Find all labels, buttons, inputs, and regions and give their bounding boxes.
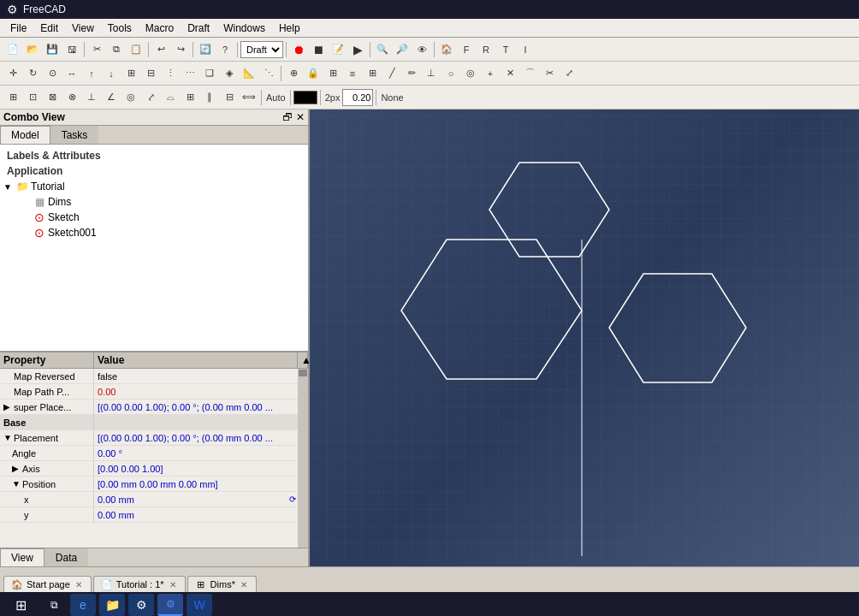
array-button[interactable]: ⋮: [161, 64, 180, 83]
snap-cen-button[interactable]: ◎: [121, 88, 140, 107]
circle-button[interactable]: ○: [441, 64, 460, 83]
down-button[interactable]: ↓: [102, 64, 121, 83]
snap-angle-button[interactable]: ∠: [102, 88, 121, 107]
bottom-tab-dims[interactable]: ⊞ Dims* ✕: [187, 576, 257, 592]
offset-button[interactable]: ⊙: [43, 64, 62, 83]
join-button[interactable]: ⤢: [560, 64, 578, 83]
start-page-close[interactable]: ✕: [74, 579, 84, 589]
tab-model[interactable]: Model: [0, 126, 50, 144]
prop-row-map-path[interactable]: Map Path P... 0.00: [0, 384, 308, 400]
menu-help[interactable]: Help: [272, 21, 307, 36]
scale-button[interactable]: ⊞: [121, 64, 140, 83]
dims-close[interactable]: ✕: [239, 579, 249, 589]
mode-select[interactable]: Draft: [240, 41, 283, 58]
menu-tools[interactable]: Tools: [101, 21, 139, 36]
snap-onsurface-button[interactable]: ⊟: [220, 88, 239, 107]
prop-row-axis[interactable]: ▶ Axis [0.00 0.00 1.00]: [0, 461, 308, 477]
clone-button[interactable]: ❑: [200, 64, 219, 83]
snap-mid-button[interactable]: ⊠: [43, 88, 62, 107]
viewport[interactable]: [310, 110, 859, 566]
rotate-button[interactable]: ↻: [23, 64, 42, 83]
menu-edit[interactable]: Edit: [33, 21, 65, 36]
mirror-button[interactable]: ⊟: [141, 64, 160, 83]
new-button[interactable]: 📄: [3, 40, 22, 59]
stop-button[interactable]: ⏹: [309, 40, 328, 59]
wire-button[interactable]: ⊞: [323, 64, 342, 83]
word-button[interactable]: W: [187, 594, 212, 616]
zoom-out-button[interactable]: 🔎: [393, 40, 412, 59]
redo-button[interactable]: ↪: [171, 40, 190, 59]
save-as-button[interactable]: 🖫: [62, 40, 81, 59]
up-button[interactable]: ↑: [82, 64, 101, 83]
menu-view[interactable]: View: [65, 21, 101, 36]
bottom-tab-start[interactable]: 🏠 Start page ✕: [3, 576, 92, 592]
snap-end-button[interactable]: ⊡: [23, 88, 42, 107]
view-button[interactable]: 👁: [412, 40, 431, 59]
zoom-in-button[interactable]: 🔍: [373, 40, 392, 59]
combo-close-button[interactable]: ✕: [296, 111, 305, 123]
constraint-button[interactable]: 🔒: [304, 64, 323, 83]
snap-ext-button[interactable]: ⤤: [141, 88, 160, 107]
tree-item-dims[interactable]: ▦ Dims: [3, 194, 305, 210]
prop-row-map-reversed[interactable]: Map Reversed false: [0, 369, 308, 384]
undo-button[interactable]: ↩: [151, 40, 170, 59]
tab-view[interactable]: View: [0, 548, 44, 566]
prop-row-y[interactable]: y 0.00 mm: [0, 507, 308, 523]
snap-perp-button[interactable]: ⊥: [82, 88, 101, 107]
front-view-button[interactable]: F: [457, 40, 476, 59]
explorer-button[interactable]: 📁: [99, 594, 125, 616]
freecad-taskbar-button[interactable]: ⚙: [157, 594, 183, 616]
paste-button[interactable]: 📋: [127, 40, 145, 59]
menu-macro[interactable]: Macro: [139, 21, 181, 36]
macro-button[interactable]: 📝: [329, 40, 347, 59]
props-scroll[interactable]: Map Reversed false Map Path P... 0.00: [0, 369, 308, 548]
snap-button[interactable]: ⊕: [284, 64, 303, 83]
prop-row-angle[interactable]: Angle 0.00 °: [0, 446, 308, 461]
fillet-button[interactable]: ⌒: [520, 64, 539, 83]
tree-item-tutorial[interactable]: ▼ 📁 Tutorial: [3, 179, 305, 194]
trim-button[interactable]: ✂: [540, 64, 559, 83]
linewidth-input[interactable]: [342, 89, 373, 106]
grid-button[interactable]: ⊞: [363, 64, 382, 83]
tree-item-sketch[interactable]: ⊙ Sketch: [3, 210, 305, 225]
iso-view-button[interactable]: I: [516, 40, 535, 59]
prop-row-x[interactable]: x 0.00 mm ⟳ ▲: [0, 492, 308, 507]
snap-parallel-button[interactable]: ∥: [200, 88, 219, 107]
tab-tasks[interactable]: Tasks: [50, 126, 99, 144]
taskview-button[interactable]: ⧉: [41, 594, 67, 616]
tab-data[interactable]: Data: [44, 548, 88, 566]
perp-button[interactable]: ⊥: [422, 64, 441, 83]
home-view-button[interactable]: 🏠: [437, 40, 456, 59]
pencil-button[interactable]: ✏: [402, 64, 421, 83]
tree-item-sketch001[interactable]: ⊙ Sketch001: [3, 225, 305, 240]
right-view-button[interactable]: R: [477, 40, 495, 59]
plus-button[interactable]: +: [481, 64, 500, 83]
combo-restore-button[interactable]: 🗗: [282, 111, 293, 123]
shape-button[interactable]: ◈: [220, 64, 239, 83]
color-picker[interactable]: [293, 91, 317, 104]
snap-arc-button[interactable]: ⌓: [161, 88, 180, 107]
menu-file[interactable]: File: [3, 21, 33, 36]
save-button[interactable]: 💾: [43, 40, 62, 59]
misc-button[interactable]: ⋱: [259, 64, 278, 83]
menu-draft[interactable]: Draft: [181, 21, 216, 36]
path-array-button[interactable]: ⋯: [181, 64, 199, 83]
scroll-up-button[interactable]: ▲: [298, 352, 308, 368]
move-button[interactable]: ✛: [3, 64, 22, 83]
cross-button[interactable]: ✕: [501, 64, 519, 83]
play-button[interactable]: ▶: [348, 40, 367, 59]
help-button[interactable]: ?: [216, 40, 234, 59]
prop-row-placement[interactable]: ▼ Placement [(0.00 0.00 1.00); 0.00 °; (…: [0, 430, 308, 446]
snap-lock-button[interactable]: ⊞: [3, 88, 22, 107]
menu-windows[interactable]: Windows: [216, 21, 272, 36]
start-button[interactable]: ⊞: [3, 594, 38, 616]
settings-button[interactable]: ⚙: [128, 594, 154, 616]
copy-button[interactable]: ⧉: [107, 40, 126, 59]
split-button[interactable]: ↔: [62, 64, 81, 83]
prop-row-super-place[interactable]: ▶ super Place... [(0.00 0.00 1.00); 0.00…: [0, 400, 308, 415]
snap-dimension-button[interactable]: ⟺: [240, 88, 258, 107]
scroll-thumb[interactable]: [299, 370, 307, 376]
prop-row-position[interactable]: ▼ Position [0.00 mm 0.00 mm 0.00 mm]: [0, 477, 308, 492]
open-button[interactable]: 📂: [23, 40, 42, 59]
snap-grid-button[interactable]: ⊞: [181, 88, 199, 107]
